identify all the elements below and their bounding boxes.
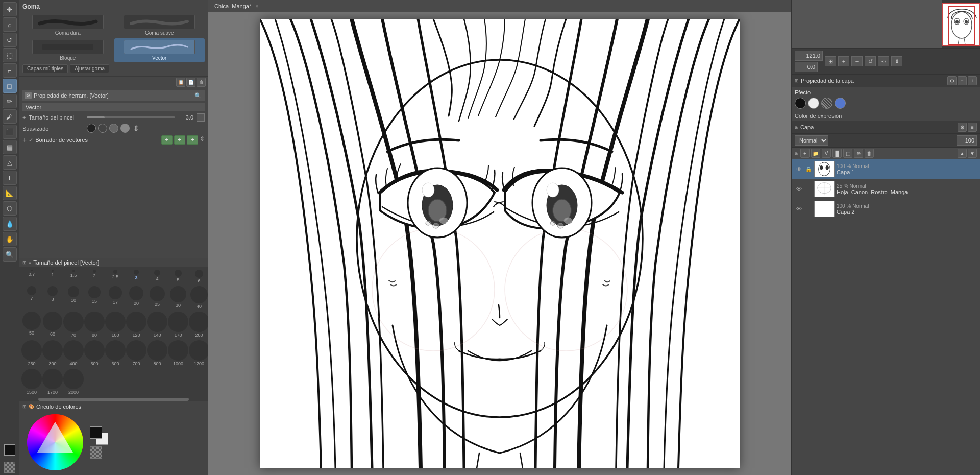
tool-gradient[interactable]: ▤ xyxy=(3,140,17,154)
effect-circle-white[interactable] xyxy=(808,98,819,109)
fit-screen-btn[interactable]: ⊞ xyxy=(825,56,836,66)
eraser-preset-soft[interactable]: Goma suave xyxy=(114,13,205,37)
layer-vis-hoja[interactable]: 👁 xyxy=(795,185,803,193)
brush-size-15b[interactable]: 15 xyxy=(84,285,105,310)
eraser-preset-hard[interactable]: Goma dura xyxy=(22,13,113,37)
brush-size-1200[interactable]: 1200 xyxy=(189,339,209,367)
brush-size-20[interactable]: 20 xyxy=(126,285,146,310)
brush-size-2[interactable]: 2 xyxy=(84,269,105,284)
tool-shape[interactable]: △ xyxy=(3,155,17,170)
fg-color-swatch[interactable] xyxy=(4,444,15,456)
tool-hand[interactable]: ✋ xyxy=(3,232,17,246)
brush-size-250[interactable]: 250 xyxy=(21,339,42,367)
layer-opacity-input[interactable] xyxy=(957,135,977,146)
effect-circle-blue[interactable] xyxy=(835,98,846,109)
layer-up-btn[interactable]: ▲ xyxy=(958,149,967,158)
layer-prop-btn1[interactable]: ⚙ xyxy=(947,76,957,85)
brush-size-1000[interactable]: 1000 xyxy=(168,339,188,367)
layer-item-capa1[interactable]: 👁 🔒 100 % Normal Capa 1 xyxy=(792,159,980,179)
drawing-canvas[interactable] xyxy=(260,19,740,468)
tool-frame[interactable]: ⬡ xyxy=(3,201,17,216)
search-icon[interactable]: 🔍 xyxy=(193,91,203,100)
tool-move[interactable]: ✥ xyxy=(3,2,17,16)
brush-size-200[interactable]: 200 xyxy=(189,311,209,339)
brush-size-4[interactable]: 4 xyxy=(147,269,167,284)
layer-item-hoja[interactable]: 👁 25 % Normal Hoja_Canon_Rostro_Manga xyxy=(792,179,980,199)
zoom-input[interactable] xyxy=(795,51,823,61)
brush-size-30[interactable]: 30 xyxy=(168,285,188,310)
rotate-reset-btn[interactable]: ↺ xyxy=(865,56,876,66)
smooth-c1[interactable] xyxy=(87,124,96,133)
tool-rotate[interactable]: ↺ xyxy=(3,33,17,47)
tool-zoom[interactable]: ⌕ xyxy=(3,17,17,32)
tool-lasso[interactable]: ⌐ xyxy=(3,63,17,78)
brush-size-70[interactable]: 70 xyxy=(63,311,84,339)
tool-ruler[interactable]: 📐 xyxy=(3,186,17,200)
thumbnail-box[interactable] xyxy=(942,3,980,46)
brush-size-140[interactable]: 140 xyxy=(147,311,167,339)
brush-size-15[interactable]: 1.5 xyxy=(63,269,84,284)
brush-size-17[interactable]: 17 xyxy=(105,285,126,310)
canvas-tab-close-btn[interactable]: × xyxy=(255,3,258,9)
brush-size-25[interactable]: 2.5 xyxy=(105,269,126,284)
new-vector-layer-btn[interactable]: V xyxy=(822,149,831,158)
tool-brush[interactable]: 🖌 xyxy=(3,109,17,124)
color-wheel-container[interactable] xyxy=(24,412,86,473)
brush-size-700[interactable]: 700 xyxy=(126,339,146,367)
tool-eyedrop[interactable]: 💧 xyxy=(3,217,17,231)
layer-prop-btn2[interactable]: ≡ xyxy=(958,76,967,85)
tool-pen[interactable]: ✏ xyxy=(3,94,17,108)
layer-mask-btn[interactable]: ◫ xyxy=(843,149,852,158)
color-wheel-svg[interactable] xyxy=(24,412,86,473)
add-preset-btn[interactable]: 📋 xyxy=(176,78,185,87)
fg-bg-swatches[interactable] xyxy=(90,426,108,445)
brush-size-100[interactable]: 100 xyxy=(105,311,126,339)
brush-size-6[interactable]: 6 xyxy=(189,269,209,284)
tool-selection[interactable]: ⬚ xyxy=(3,48,17,62)
layer-item-capa2[interactable]: 👁 100 % Normal Capa 2 xyxy=(792,199,980,219)
layer-lock-hoja[interactable] xyxy=(805,185,812,193)
brush-size-600[interactable]: 600 xyxy=(105,339,126,367)
smooth-select-arrow[interactable]: ⇕ xyxy=(133,124,139,133)
copy-preset-btn[interactable]: 📄 xyxy=(186,78,195,87)
smooth-c4[interactable] xyxy=(120,124,130,133)
vector-btn-3[interactable]: + xyxy=(187,135,198,145)
layer-settings-btn[interactable]: ⚙ xyxy=(958,123,967,132)
delete-preset-btn[interactable]: 🗑 xyxy=(197,78,206,87)
smooth-c3[interactable] xyxy=(109,124,118,133)
effect-circle-pattern[interactable] xyxy=(821,98,832,109)
new-layer-btn[interactable]: + xyxy=(800,149,810,158)
brush-size-1700[interactable]: 1700 xyxy=(42,368,63,396)
brush-size-300[interactable]: 300 xyxy=(42,339,63,367)
tool-eraser[interactable]: ◻ xyxy=(3,79,17,93)
brush-size-120[interactable]: 120 xyxy=(126,311,146,339)
zoom-in-btn[interactable]: + xyxy=(838,56,849,66)
eraser-multi-layers[interactable]: Capas múltiples xyxy=(22,64,68,73)
eraser-adjust[interactable]: Ajustar goma xyxy=(70,64,109,73)
rotate-input[interactable] xyxy=(795,62,818,72)
vector-btn-1[interactable]: + xyxy=(161,135,173,145)
brush-size-07[interactable]: 0.7 xyxy=(21,269,42,284)
brush-size-2000[interactable]: 2000 xyxy=(63,368,84,396)
brush-size-1500[interactable]: 1500 xyxy=(21,368,42,396)
tool-fill[interactable]: ⬛ xyxy=(3,125,17,139)
brush-size-50[interactable]: 50 xyxy=(21,311,42,339)
brush-size-40[interactable]: 40 xyxy=(189,285,209,310)
layer-merge-btn[interactable]: ⊕ xyxy=(854,149,863,158)
vector-select-arrow[interactable]: ⇕ xyxy=(200,135,205,145)
flip-v-btn[interactable]: ⇕ xyxy=(891,56,902,66)
vector-btn-2[interactable]: + xyxy=(174,135,185,145)
layer-menu-btn[interactable]: ≡ xyxy=(968,123,977,132)
brush-size-10[interactable]: 10 xyxy=(63,285,84,310)
zoom-out-btn[interactable]: − xyxy=(851,56,863,66)
eraser-preset-vector[interactable]: Vector xyxy=(114,38,205,62)
brush-size-25b[interactable]: 25 xyxy=(147,285,167,310)
eraser-preset-block[interactable]: Bloque xyxy=(22,38,113,62)
effect-circle-black[interactable] xyxy=(795,98,806,109)
layer-prop-btn3[interactable]: + xyxy=(968,76,977,85)
layer-delete-btn[interactable]: 🗑 xyxy=(865,149,874,158)
brush-size-slider[interactable] xyxy=(87,116,175,118)
layer-lock-capa1[interactable]: 🔒 xyxy=(805,165,812,173)
new-folder-btn[interactable]: 📁 xyxy=(811,149,820,158)
brush-size-7[interactable]: 7 xyxy=(21,285,42,310)
